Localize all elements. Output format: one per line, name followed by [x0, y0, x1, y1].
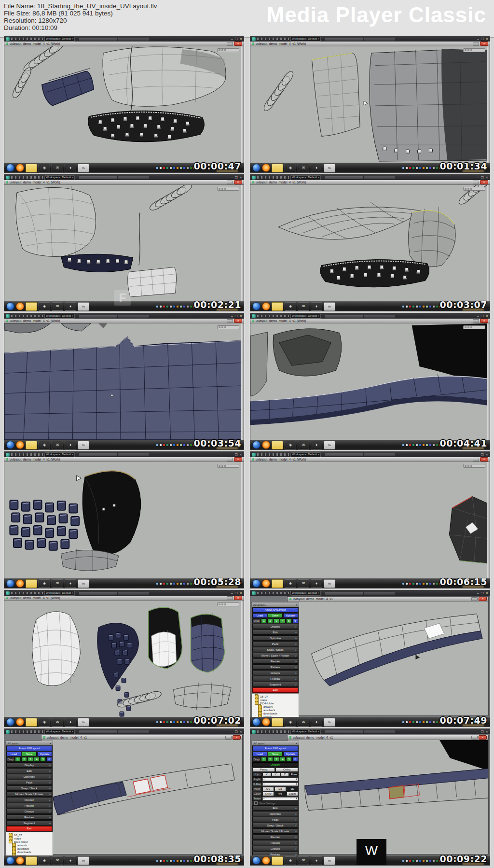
start-button[interactable] [252, 164, 261, 172]
minimize-icon[interactable]: – [477, 175, 479, 180]
about-uvlayout-button[interactable]: About UVLayout [6, 746, 52, 751]
viewport-controls[interactable] [463, 325, 485, 329]
xray-slider[interactable] [262, 783, 298, 786]
explorer-icon[interactable] [272, 718, 283, 727]
display-section-header[interactable]: Display [252, 762, 298, 767]
explorer-icon[interactable] [272, 164, 283, 172]
viewport-controls[interactable] [217, 48, 239, 52]
exit-button[interactable]: Exit [252, 687, 298, 693]
taskbar-app-icon[interactable]: flv [324, 441, 335, 449]
display-option-button[interactable]: Grey [262, 792, 274, 796]
uvlayout-section-button[interactable]: Redraw [252, 852, 298, 855]
taskbar-app-icon[interactable]: ◈ [285, 579, 296, 588]
close-icon[interactable]: ✕ [486, 37, 488, 42]
taskbar-app-icon[interactable]: ✉ [298, 441, 309, 449]
maximize-icon[interactable]: ❐ [481, 314, 484, 319]
menu-icons[interactable] [11, 592, 43, 594]
menu-icons[interactable] [257, 730, 289, 733]
display-option-button[interactable]: X [262, 772, 271, 777]
disp-number-button[interactable]: 6 [46, 757, 52, 762]
uvlayout-section-button[interactable]: Display [6, 762, 52, 768]
disp-number-button[interactable]: 1 [261, 618, 267, 623]
taskbar-app-icon[interactable]: ✉ [298, 856, 309, 865]
menu-icons[interactable] [257, 176, 289, 179]
taskbar-app-icon[interactable]: ✉ [52, 302, 63, 311]
explorer-icon[interactable] [26, 164, 37, 172]
taskbar-app-icon[interactable]: ♦ [65, 579, 76, 588]
close-button[interactable]: ✕ [480, 457, 488, 462]
start-button[interactable] [6, 718, 14, 726]
maximize-icon[interactable]: ❐ [235, 37, 238, 42]
disp-number-button[interactable]: 5 [286, 618, 292, 623]
close-button[interactable]: ✕ [479, 597, 487, 601]
start-button[interactable] [6, 579, 14, 588]
taskbar-app-icon[interactable]: ◈ [39, 718, 50, 727]
workspace-selector[interactable]: Workspace: Default▾ [44, 314, 75, 319]
firefox-icon[interactable] [262, 302, 270, 310]
uvlayout-section-button[interactable]: Pack [6, 780, 52, 785]
save-button[interactable]: Save [22, 752, 37, 756]
firefox-icon[interactable] [262, 579, 270, 588]
taskbar-app-icon[interactable]: ♦ [311, 579, 322, 588]
uvlayout-section-button[interactable]: Render [252, 658, 298, 664]
uvlayout-section-button[interactable]: Segment [252, 682, 298, 687]
scrollbar[interactable] [241, 323, 244, 440]
display-option-button[interactable]: Local [287, 792, 298, 796]
firefox-icon[interactable] [16, 441, 24, 449]
maximize-icon[interactable]: ❐ [235, 452, 238, 457]
menu-icons[interactable] [257, 453, 289, 456]
start-button[interactable] [6, 441, 14, 449]
save-button[interactable]: Save [268, 752, 283, 756]
uvlayout-section-button[interactable]: Redraw [6, 814, 52, 820]
explorer-icon[interactable] [26, 718, 37, 727]
uvlayout-section-button[interactable]: Groups [6, 809, 52, 814]
viewport-controls[interactable] [217, 464, 239, 468]
display-option-button[interactable]: Free [289, 772, 298, 777]
taskbar-app-icon[interactable]: flv [78, 302, 89, 311]
browser-folder-row[interactable]: 18_07 [9, 833, 52, 837]
disp-number-button[interactable]: 6 [292, 757, 298, 762]
taskbar-app-icon[interactable]: ♦ [311, 164, 322, 172]
maximize-icon[interactable]: ❐ [481, 37, 484, 42]
uvlayout-section-button[interactable]: Groups [252, 846, 298, 851]
workspace-selector[interactable]: Workspace: Default▾ [290, 37, 321, 42]
close-button[interactable]: ✕ [234, 457, 242, 462]
load-button[interactable]: Load [252, 752, 267, 756]
menu-icons[interactable] [11, 176, 43, 179]
firefox-icon[interactable] [262, 441, 270, 449]
maximize-icon[interactable]: ❐ [481, 452, 484, 457]
browser-folder-row[interactable]: export [9, 854, 52, 855]
viewport-controls[interactable] [463, 464, 485, 468]
close-icon[interactable]: ✕ [295, 603, 298, 606]
scrollbar[interactable] [241, 462, 244, 578]
taskbar-app-icon[interactable]: ◈ [285, 856, 296, 865]
uvlayout-section-button[interactable]: Redraw [252, 676, 298, 681]
taskbar-app-icon[interactable]: ♦ [65, 718, 76, 727]
light-slider[interactable] [262, 778, 298, 781]
uvlayout-section-button[interactable]: Pack [252, 641, 298, 646]
uvlayout-section-button[interactable]: Optimize [6, 774, 52, 779]
minimize-icon[interactable]: – [477, 452, 479, 457]
minimize-icon[interactable]: – [231, 452, 233, 457]
minimize-icon[interactable]: – [231, 175, 233, 180]
start-button[interactable] [252, 856, 261, 865]
taskbar-app-icon[interactable]: ✉ [298, 718, 309, 727]
uvlayout-section-button[interactable]: Render [6, 797, 52, 802]
disp-number-button[interactable]: 2 [267, 618, 273, 623]
update-button[interactable]: Update [283, 752, 298, 756]
taskbar-app-icon[interactable]: ♦ [311, 441, 322, 449]
start-button[interactable] [252, 579, 261, 588]
start-button[interactable] [6, 164, 14, 172]
disp-number-button[interactable]: 5 [40, 757, 46, 762]
scrollbar[interactable] [487, 185, 490, 301]
workspace-selector[interactable]: Workspace: Default▾ [44, 452, 75, 457]
display-option-button[interactable]: Y [272, 772, 280, 777]
browser-folder-row[interactable]: artwork [255, 705, 298, 708]
maximize-icon[interactable]: ❐ [481, 175, 484, 180]
uvlayout-section-button[interactable]: Move / Scale / Rotate [252, 828, 298, 834]
minimize-icon[interactable]: – [231, 37, 233, 42]
explorer-icon[interactable] [26, 302, 37, 311]
disp-number-button[interactable]: 6 [292, 618, 298, 623]
firefox-icon[interactable] [262, 164, 270, 172]
disp-number-button[interactable]: 1 [15, 757, 21, 762]
